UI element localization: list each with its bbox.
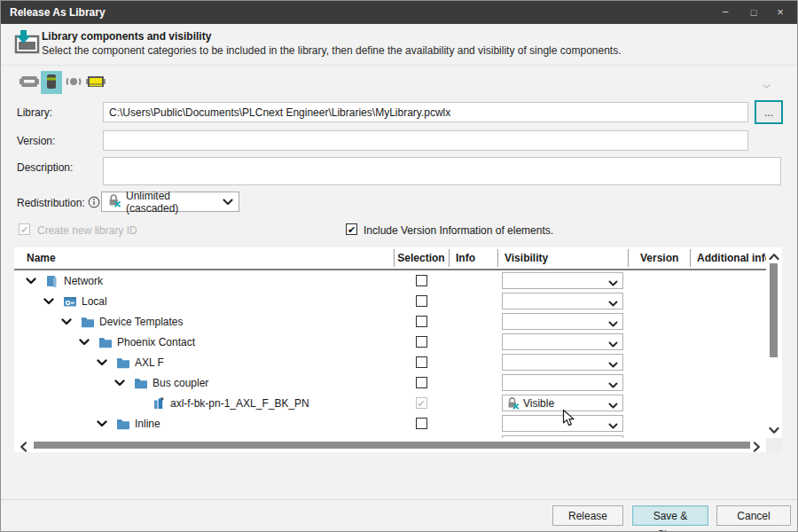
toolbar-overflow-chevron-icon[interactable] [762, 80, 771, 92]
tree-name-cell: Network [14, 270, 103, 291]
column-divider [394, 249, 395, 267]
table-row[interactable]: Inline [14, 413, 766, 434]
page-subtitle: Select the component categories to be in… [42, 44, 622, 57]
toolbar-devices-button[interactable] [19, 71, 40, 94]
dialog-header: Library components and visibility Select… [1, 24, 797, 66]
window-title: Release As Library [10, 6, 106, 19]
window-titlebar[interactable]: Release As Library − □ × [1, 1, 797, 24]
column-divider [449, 249, 450, 267]
redistribution-dropdown[interactable]: Unlimited (cascaded) [101, 192, 239, 212]
table-row[interactable]: AXL F [14, 352, 766, 372]
toolbar-visibility-button[interactable] [63, 71, 84, 94]
visibility-dropdown[interactable] [502, 415, 623, 432]
library-label: Library: [17, 106, 52, 119]
column-header-version[interactable]: Version [628, 247, 690, 269]
column-divider [628, 249, 629, 267]
minimize-icon[interactable]: − [712, 1, 739, 24]
chevron-down-icon [608, 420, 618, 433]
browse-button[interactable]: ... [755, 100, 783, 124]
column-header-visibility[interactable]: Visibility [497, 247, 628, 269]
maximize-icon[interactable]: □ [740, 1, 767, 24]
scroll-right-icon[interactable] [753, 442, 761, 455]
table-row[interactable]: Bus coupler [14, 372, 766, 393]
selection-checkbox[interactable] [416, 356, 427, 368]
selection-cell [394, 291, 449, 311]
visibility-value: Visible [523, 397, 554, 410]
lock-unlimited-icon [506, 396, 520, 410]
visibility-dropdown[interactable] [502, 272, 623, 289]
save-close-button[interactable]: Save & Close [632, 505, 708, 526]
horizontal-scroll-thumb[interactable] [34, 442, 750, 449]
vertical-scrollbar[interactable] [766, 247, 782, 438]
table-row[interactable]: Network [14, 270, 766, 291]
vertical-scroll-thumb[interactable] [770, 263, 778, 357]
selection-cell [394, 372, 449, 393]
redistribution-label: Redistribution: [17, 197, 85, 209]
selection-cell [394, 270, 449, 291]
toolbar-library-button[interactable] [41, 71, 62, 94]
description-label: Description: [17, 161, 73, 174]
chevron-down-icon [608, 400, 618, 412]
tree-expander-icon[interactable] [61, 318, 72, 325]
folder-icon [134, 376, 148, 390]
scroll-down-icon[interactable] [769, 425, 779, 437]
device-icon [152, 396, 166, 411]
library-path-input[interactable] [103, 102, 748, 122]
tree-item-label: Local [82, 295, 107, 308]
description-input[interactable] [103, 157, 781, 185]
toolbar [19, 71, 106, 94]
tree-expander-icon[interactable] [97, 359, 107, 366]
footer-divider [1, 499, 798, 500]
tree-item-label: Network [64, 275, 103, 287]
tree-name-cell: Local [14, 291, 107, 311]
visibility-dropdown[interactable] [502, 333, 623, 350]
tree-expander-icon[interactable] [43, 298, 54, 305]
include-version-checkbox[interactable]: ✔ [346, 223, 357, 235]
release-button[interactable]: Release [552, 505, 623, 526]
toolbar-module-button[interactable] [85, 71, 106, 94]
cancel-button[interactable]: Cancel [716, 505, 791, 526]
selection-checkbox[interactable] [416, 316, 427, 327]
tree-expander-icon[interactable] [79, 339, 90, 346]
visibility-dropdown[interactable] [502, 374, 623, 391]
tree-rows: NetworkLocalDevice TemplatesPhoenix Cont… [14, 270, 766, 438]
info-icon[interactable] [88, 196, 100, 211]
visibility-cell [502, 374, 623, 391]
chevron-down-icon [608, 318, 618, 331]
tree-expander-icon[interactable] [97, 420, 107, 427]
table-row[interactable]: axl-f-bk-pn-1_AXL_F_BK_PN✔Visible [14, 393, 766, 413]
tree-expander-icon[interactable] [114, 379, 125, 387]
close-icon[interactable]: × [767, 1, 794, 24]
column-header-name[interactable]: Name [14, 247, 394, 269]
selection-checkbox[interactable] [416, 377, 427, 388]
visibility-dropdown[interactable]: Visible [502, 395, 623, 411]
horizontal-scrollbar[interactable] [14, 438, 766, 452]
tree-item-label: Inline [135, 418, 160, 430]
table-row[interactable]: Device Templates [14, 311, 766, 332]
selection-checkbox[interactable] [416, 295, 427, 307]
network-icon [45, 274, 59, 288]
selection-checkbox[interactable] [416, 275, 427, 286]
redistribution-value: Unlimited (cascaded) [126, 190, 218, 215]
tree-name-cell: axl-f-bk-pn-1_AXL_F_BK_PN [14, 393, 309, 413]
visibility-dropdown[interactable] [502, 293, 623, 309]
column-header-info[interactable]: Info [449, 247, 497, 269]
tree-expander-icon[interactable] [26, 278, 36, 285]
visibility-cell [502, 333, 623, 350]
selection-cell [394, 413, 449, 434]
column-divider [690, 249, 691, 267]
tree-item-label: axl-f-bk-pn-1_AXL_F_BK_PN [170, 397, 309, 410]
table-row[interactable]: Local [14, 291, 766, 311]
column-header-additional[interactable]: Additional information [690, 247, 766, 269]
selection-checkbox[interactable] [416, 336, 427, 348]
column-header-selection[interactable]: Selection [394, 247, 449, 269]
scroll-left-icon[interactable] [20, 442, 27, 455]
chevron-down-icon [608, 359, 618, 372]
visibility-dropdown[interactable] [502, 354, 623, 371]
folder-icon [116, 417, 130, 431]
version-input[interactable] [103, 130, 748, 151]
visibility-dropdown[interactable] [502, 313, 623, 330]
scroll-up-icon[interactable] [769, 251, 779, 263]
table-row[interactable]: Phoenix Contact [14, 332, 766, 352]
selection-checkbox[interactable] [416, 418, 427, 429]
